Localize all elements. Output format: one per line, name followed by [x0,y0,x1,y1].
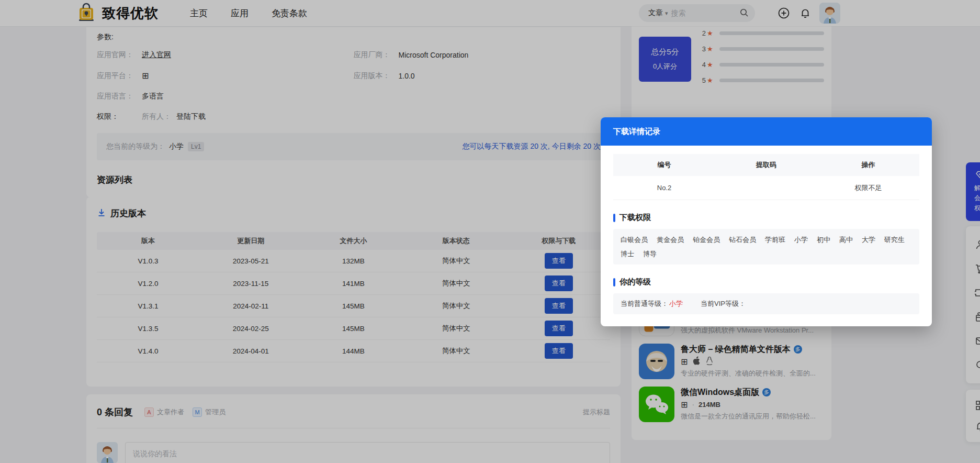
your-level-box: 当前普通等级：小学 当前VIP等级： [613,293,919,314]
download-detail-modal: 下载详情记录 编号 提取码 操作 No.2 权限不足 下载权限 白银会员 黄金会… [601,117,932,326]
your-level-section: 你的等级 [613,277,919,287]
modal-table-header: 编号 提取码 操作 [613,154,919,176]
record-number: No.2 [613,184,715,192]
current-vip-level-label: 当前VIP等级： [701,299,746,308]
download-permission-section: 下载权限 [613,213,919,223]
modal-title: 下载详情记录 [613,127,660,137]
record-action: 权限不足 [817,183,919,193]
section-accent-bar [613,214,615,222]
permission-levels: 白银会员 黄金会员 铂金会员 钻石会员 学前班 小学 初中 高中 大学 研究生 … [613,229,919,264]
current-normal-level: 小学 [669,300,683,307]
modal-table-row: No.2 权限不足 [613,176,919,200]
section-accent-bar [613,278,615,286]
modal-header: 下载详情记录 [601,117,932,146]
